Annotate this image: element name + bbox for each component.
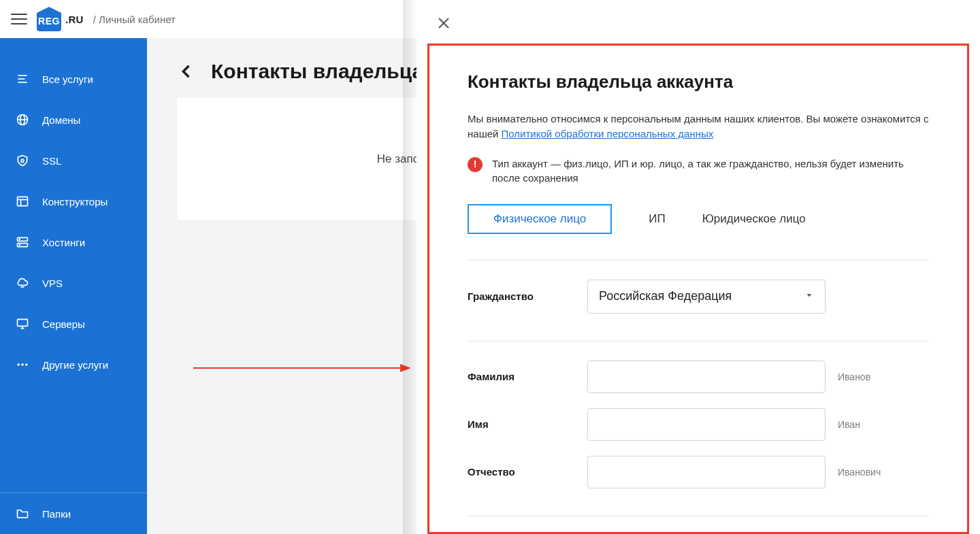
logo-badge: REG bbox=[37, 7, 61, 31]
sidebar-item-label: VPS bbox=[42, 278, 63, 289]
panel-body: Контакты владельца аккаунта Мы вниматель… bbox=[427, 44, 969, 534]
globe-icon bbox=[15, 112, 30, 127]
label-lastname: Фамилия bbox=[468, 371, 587, 382]
label-citizenship: Гражданство bbox=[468, 290, 587, 302]
divider bbox=[468, 516, 929, 516]
hint-firstname: Иван bbox=[838, 419, 860, 430]
chevron-down-icon bbox=[804, 289, 814, 303]
logo-suffix: .RU bbox=[65, 14, 84, 25]
panel-warning: ! Тип аккаунт — физ.лицо, ИП и юр. лицо,… bbox=[468, 156, 929, 185]
hint-patronymic: Иванович bbox=[838, 467, 881, 478]
server-stack-icon bbox=[15, 235, 30, 250]
label-patronymic: Отчество bbox=[468, 466, 587, 478]
tab-legal-entity[interactable]: Юридическое лицо bbox=[702, 204, 806, 234]
sidebar-item-hosting[interactable]: Хостинги bbox=[0, 222, 147, 263]
list-icon bbox=[15, 71, 30, 86]
logo[interactable]: REG .RU bbox=[37, 7, 84, 31]
sidebar-item-label: Конструкторы bbox=[42, 196, 108, 207]
patronymic-input[interactable] bbox=[587, 456, 826, 488]
label-firstname: Имя bbox=[468, 418, 587, 430]
sidebar-item-domains[interactable]: Домены bbox=[0, 99, 147, 140]
lastname-input[interactable] bbox=[587, 361, 826, 393]
row-patronymic: Отчество Иванович bbox=[468, 456, 929, 488]
menu-icon[interactable] bbox=[11, 11, 27, 27]
sidebar-item-vps[interactable]: VPS bbox=[0, 263, 147, 303]
row-citizenship: Гражданство Российская Федерация bbox=[468, 280, 929, 314]
breadcrumb: / Личный кабинет bbox=[93, 14, 176, 25]
sidebar-item-label: Хостинги bbox=[42, 237, 85, 248]
close-icon[interactable] bbox=[436, 15, 452, 31]
row-firstname: Имя Иван bbox=[468, 408, 929, 441]
sidebar-item-ssl[interactable]: SSL bbox=[0, 140, 147, 181]
svg-point-20 bbox=[26, 364, 28, 366]
sidebar-item-label: SSL bbox=[42, 155, 61, 167]
tab-ip[interactable]: ИП bbox=[649, 204, 665, 234]
account-type-tabs: Физическое лицо ИП Юридическое лицо bbox=[468, 204, 929, 234]
svg-rect-15 bbox=[18, 319, 28, 326]
firstname-input[interactable] bbox=[587, 408, 826, 441]
logo-badge-text: REG bbox=[38, 16, 60, 27]
back-chevron-icon[interactable] bbox=[177, 62, 196, 81]
panel-description: Мы внимательно относимся к персональным … bbox=[468, 112, 929, 141]
sidebar-item-other[interactable]: Другие услуги bbox=[0, 344, 147, 385]
dots-icon bbox=[15, 357, 30, 372]
tab-individual[interactable]: Физическое лицо bbox=[468, 204, 612, 234]
monitor-icon bbox=[15, 316, 30, 331]
privacy-policy-link[interactable]: Политикой обработки персональных данных bbox=[502, 128, 714, 139]
sidebar: Все услуги Домены SSL Конструкторы Хости… bbox=[0, 38, 147, 534]
sidebar-item-label: Домены bbox=[42, 114, 80, 126]
shield-lock-icon bbox=[15, 153, 30, 168]
svg-point-18 bbox=[18, 364, 20, 366]
cloud-server-icon bbox=[15, 276, 30, 290]
hint-lastname: Иванов bbox=[838, 371, 870, 382]
svg-point-19 bbox=[22, 364, 24, 366]
sidebar-item-folders[interactable]: Папки bbox=[0, 493, 147, 534]
layout-icon bbox=[15, 194, 30, 209]
sidebar-item-label: Папки bbox=[42, 508, 71, 520]
citizenship-value: Российская Федерация bbox=[599, 289, 732, 303]
panel-title: Контакты владельца аккаунта bbox=[468, 71, 929, 93]
folder-icon bbox=[15, 506, 30, 521]
row-lastname: Фамилия Иванов bbox=[468, 361, 929, 393]
svg-rect-7 bbox=[18, 197, 28, 205]
svg-rect-6 bbox=[21, 159, 23, 162]
panel-warning-text: Тип аккаунт — физ.лицо, ИП и юр. лицо, а… bbox=[492, 156, 929, 185]
sidebar-item-servers[interactable]: Серверы bbox=[0, 303, 147, 344]
citizenship-select[interactable]: Российская Федерация bbox=[587, 280, 826, 314]
sidebar-item-label: Серверы bbox=[42, 318, 85, 330]
sidebar-item-constructors[interactable]: Конструкторы bbox=[0, 181, 147, 222]
sidebar-item-label: Все услуги bbox=[42, 73, 93, 85]
svg-point-13 bbox=[19, 245, 20, 246]
sidebar-item-label: Другие услуги bbox=[42, 359, 108, 371]
divider bbox=[468, 341, 929, 341]
sidebar-item-all-services[interactable]: Все услуги bbox=[0, 59, 147, 99]
contacts-panel: Контакты владельца аккаунта Мы вниматель… bbox=[416, 0, 980, 534]
svg-marker-25 bbox=[807, 294, 812, 297]
svg-point-12 bbox=[19, 239, 20, 239]
warning-icon: ! bbox=[468, 157, 483, 172]
divider bbox=[468, 260, 929, 261]
